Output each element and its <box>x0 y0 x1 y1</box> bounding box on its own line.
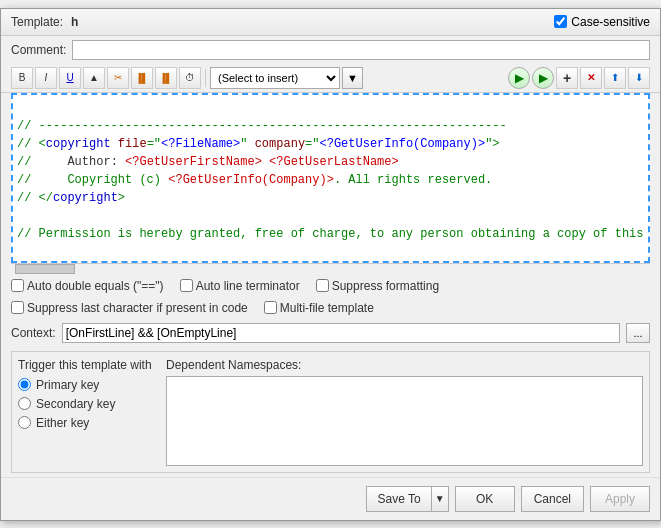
comment-input[interactable] <box>72 40 650 60</box>
suppress-last-char-option[interactable]: Suppress last character if present in co… <box>11 301 248 315</box>
options-row-2: Suppress last character if present in co… <box>1 297 660 319</box>
either-key-option[interactable]: Either key <box>18 416 158 430</box>
toolbar-btn-6[interactable]: ▐▌ <box>131 67 153 89</box>
code-content[interactable]: // -------------------------------------… <box>13 95 648 261</box>
toolbar-remove-btn[interactable]: ✕ <box>580 67 602 89</box>
auto-double-equals-label: Auto double equals ("==") <box>27 279 164 293</box>
comment-row: Comment: <box>1 36 660 64</box>
cancel-button[interactable]: Cancel <box>521 486 584 512</box>
toolbar-add-btn[interactable]: + <box>556 67 578 89</box>
toolbar-btn-8[interactable]: ⏱ <box>179 67 201 89</box>
suppress-formatting-checkbox[interactable] <box>316 279 329 292</box>
auto-line-terminator-label: Auto line terminator <box>196 279 300 293</box>
toolbar-right: ▶ ▶ + ✕ ⬆ ⬇ <box>508 67 650 89</box>
title-bar-left: Template: h <box>11 15 78 29</box>
trigger-left: Trigger this template with Primary key S… <box>18 358 158 466</box>
auto-double-equals-checkbox[interactable] <box>11 279 24 292</box>
auto-line-terminator-checkbox[interactable] <box>180 279 193 292</box>
primary-key-label: Primary key <box>36 378 99 392</box>
context-row: Context: ... <box>1 319 660 347</box>
suppress-last-char-checkbox[interactable] <box>11 301 24 314</box>
toolbar-down-btn[interactable]: ⬇ <box>628 67 650 89</box>
toolbar-btn-1[interactable]: B <box>11 67 33 89</box>
ok-button[interactable]: OK <box>455 486 515 512</box>
case-sensitive-checkbox[interactable] <box>554 15 567 28</box>
title-bar: Template: h Case-sensitive <box>1 9 660 36</box>
context-input[interactable] <box>62 323 620 343</box>
secondary-key-option[interactable]: Secondary key <box>18 397 158 411</box>
toolbar-play2-btn[interactable]: ▶ <box>532 67 554 89</box>
toolbar-up-btn[interactable]: ⬆ <box>604 67 626 89</box>
toolbar-btn-5[interactable]: ✂ <box>107 67 129 89</box>
secondary-key-label: Secondary key <box>36 397 115 411</box>
save-to-button[interactable]: Save To <box>366 486 430 512</box>
toolbar-separator-1 <box>205 69 206 87</box>
namespaces-box[interactable] <box>166 376 643 466</box>
multi-file-template-label: Multi-file template <box>280 301 374 315</box>
either-key-radio[interactable] <box>18 416 31 429</box>
multi-file-template-option[interactable]: Multi-file template <box>264 301 374 315</box>
primary-key-option[interactable]: Primary key <box>18 378 158 392</box>
primary-key-radio[interactable] <box>18 378 31 391</box>
toolbar-btn-3[interactable]: U <box>59 67 81 89</box>
toolbar-btn-2[interactable]: I <box>35 67 57 89</box>
code-editor: // -------------------------------------… <box>11 93 650 263</box>
auto-double-equals-option[interactable]: Auto double equals ("==") <box>11 279 164 293</box>
scrollbar-thumb[interactable] <box>15 264 75 274</box>
suppress-last-char-label: Suppress last character if present in co… <box>27 301 248 315</box>
comment-label: Comment: <box>11 43 66 57</box>
template-value: h <box>71 15 78 29</box>
multi-file-template-checkbox[interactable] <box>264 301 277 314</box>
trigger-title: Trigger this template with <box>18 358 158 372</box>
context-label: Context: <box>11 326 56 340</box>
toolbar-dropdown-btn[interactable]: ▼ <box>342 67 363 89</box>
options-row-1: Auto double equals ("==") Auto line term… <box>1 275 660 297</box>
toolbar-insert-select[interactable]: (Select to insert) <box>210 67 340 89</box>
auto-line-terminator-option[interactable]: Auto line terminator <box>180 279 300 293</box>
save-to-dropdown[interactable]: ▼ <box>431 486 449 512</box>
apply-button[interactable]: Apply <box>590 486 650 512</box>
horizontal-scrollbar[interactable] <box>11 263 650 275</box>
case-sensitive-label: Case-sensitive <box>571 15 650 29</box>
toolbar-btn-7[interactable]: ▐▌ <box>155 67 177 89</box>
trigger-section: Trigger this template with Primary key S… <box>11 351 650 473</box>
namespaces-area: Dependent Namespaces: <box>166 358 643 466</box>
toolbar-play-btn[interactable]: ▶ <box>508 67 530 89</box>
toolbar-btn-4[interactable]: ▲ <box>83 67 105 89</box>
template-dialog: Template: h Case-sensitive Comment: B I … <box>0 8 661 521</box>
case-sensitive-area: Case-sensitive <box>554 15 650 29</box>
toolbar: B I U ▲ ✂ ▐▌ ▐▌ ⏱ (Select to insert) ▼ ▶… <box>1 64 660 93</box>
namespaces-label: Dependent Namespaces: <box>166 358 643 372</box>
suppress-formatting-option[interactable]: Suppress formatting <box>316 279 439 293</box>
secondary-key-radio[interactable] <box>18 397 31 410</box>
context-ellipsis-button[interactable]: ... <box>626 323 650 343</box>
either-key-label: Either key <box>36 416 89 430</box>
save-to-group: Save To ▼ <box>366 486 448 512</box>
template-label: Template: <box>11 15 63 29</box>
bottom-buttons: Save To ▼ OK Cancel Apply <box>1 477 660 520</box>
suppress-formatting-label: Suppress formatting <box>332 279 439 293</box>
